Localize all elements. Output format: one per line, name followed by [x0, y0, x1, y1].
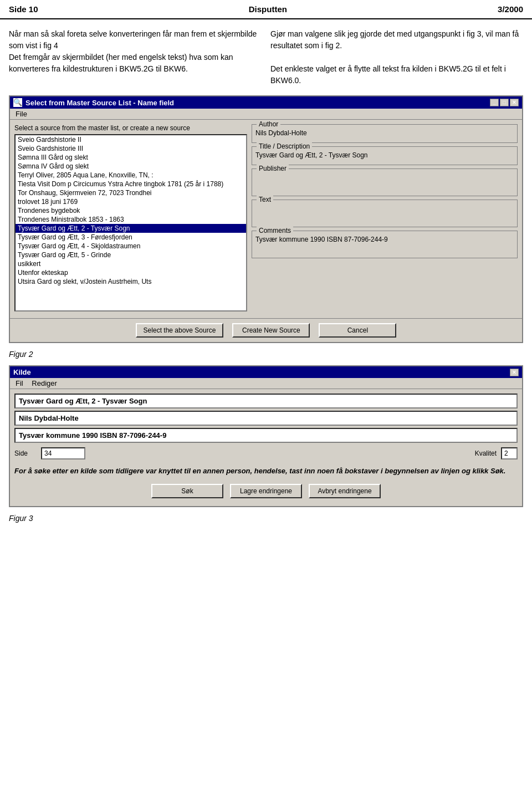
- kilde-menu-fil[interactable]: Fil: [12, 378, 27, 389]
- text-right: Gjør man valgene slik jeg gjorde det med…: [270, 28, 523, 86]
- publisher-group: Publisher: [252, 168, 518, 196]
- kilde-body: Tysvær Gard og Ætt, 2 - Tysvær Sogn Nils…: [10, 389, 522, 506]
- side-input[interactable]: [41, 447, 85, 459]
- text-legend: Text: [257, 196, 273, 203]
- right-panel: Author Nils Dybdal-Holte Title / Descrip…: [252, 124, 518, 311]
- maximize-button[interactable]: □: [500, 99, 509, 106]
- comments-group: Comments Tysvær kommune 1990 ISBN 87-709…: [252, 231, 518, 258]
- page-title: Disputten: [249, 4, 287, 14]
- list-item[interactable]: Tysvær Gard og Ætt, 5 - Grinde: [16, 251, 246, 259]
- list-item[interactable]: Tysvær Gard og Ætt, 4 - Skjoldastraumen: [16, 242, 246, 251]
- figure3-label: Figur 3: [0, 512, 532, 529]
- kilde-buttons: Søk Lagre endringene Avbryt endringene: [14, 481, 518, 502]
- list-item[interactable]: Trondenes Ministralbok 1853 - 1863: [16, 215, 246, 224]
- titlebar-title-area: 🔍 Select from Master Source List - Name …: [13, 98, 174, 107]
- kilde-close-button[interactable]: ✕: [510, 369, 519, 376]
- comments-legend: Comments: [257, 227, 293, 234]
- list-item[interactable]: trolovet 18 juni 1769: [16, 197, 246, 206]
- left-panel: Select a source from the master list, or…: [14, 124, 247, 311]
- dialog-kilde: Kilde ✕ Fil Rediger Tysvær Gard og Ætt, …: [9, 365, 523, 507]
- kilde-field1: Tysvær Gard og Ætt, 2 - Tysvær Sogn: [14, 394, 518, 408]
- title-desc-legend: Title / Description: [257, 142, 312, 150]
- titlebar-buttons[interactable]: _ □ ✕: [490, 99, 519, 106]
- kilde-field3: Tysvær kommune 1990 ISBN 87-7096-244-9: [14, 428, 518, 443]
- kilde-field2: Nils Dybdal-Holte: [14, 411, 518, 426]
- kilde-menubar: Fil Rediger: [10, 378, 522, 389]
- text-group: Text: [252, 200, 518, 227]
- comments-value: Tysvær kommune 1990 ISBN 87-7096-244-9: [255, 236, 514, 246]
- list-item[interactable]: Terryl Oliver, 2805 Aqua Lane, Knoxville…: [16, 171, 246, 180]
- list-item[interactable]: usikkert: [16, 259, 246, 268]
- author-value: Nils Dybdal-Holte: [255, 129, 514, 139]
- author-group: Author Nils Dybdal-Holte: [252, 124, 518, 143]
- list-item[interactable]: Tiesta Visit Dom p Circicumus Ystra Achr…: [16, 180, 246, 188]
- side-label: Side: [14, 450, 37, 457]
- dialog-body: Select a source from the master list, or…: [10, 120, 522, 316]
- dialog-master-source: 🔍 Select from Master Source List - Name …: [9, 95, 523, 343]
- kvalitet-input[interactable]: [501, 447, 518, 459]
- list-item[interactable]: Tysvær Gard og Ætt, 3 - Førdesfjorden: [16, 233, 246, 242]
- kilde-info-text: For å søke etter en kilde som tidligere …: [14, 464, 518, 478]
- avbryt-button[interactable]: Avbryt endringene: [309, 484, 381, 498]
- text-section: Når man så skal foreta selve konverterin…: [0, 19, 532, 95]
- text-value: [255, 205, 514, 215]
- page-date: 3/2000: [498, 4, 523, 14]
- list-item[interactable]: Tysvær Gard og Ætt, 2 - Tysvær Sogn: [16, 224, 246, 233]
- dialog-icon: 🔍: [13, 98, 22, 107]
- list-item[interactable]: Utsira Gard og slekt, v/Jostein Austrhei…: [16, 277, 246, 286]
- kvalitet-label: Kvalitet: [475, 450, 497, 457]
- kilde-titlebar-buttons[interactable]: ✕: [510, 369, 519, 376]
- list-item[interactable]: Sveio Gardshistorie III: [16, 144, 246, 153]
- dialog-titlebar: 🔍 Select from Master Source List - Name …: [10, 96, 522, 109]
- kilde-side-row: Side Kvalitet: [14, 445, 518, 462]
- lagre-button[interactable]: Lagre endringene: [230, 484, 302, 498]
- publisher-value: [255, 173, 514, 183]
- kilde-menu-rediger[interactable]: Rediger: [28, 378, 60, 389]
- author-legend: Author: [257, 120, 280, 128]
- list-instruction: Select a source from the master list, or…: [14, 124, 247, 132]
- publisher-legend: Publisher: [257, 165, 289, 172]
- create-new-source-button[interactable]: Create New Source: [232, 323, 310, 338]
- title-desc-group: Title / Description Tysvær Gard og Ætt, …: [252, 146, 518, 165]
- source-listbox[interactable]: Sveio Gardshistorie IISveio Gardshistori…: [14, 134, 247, 311]
- menu-file[interactable]: File: [12, 109, 30, 119]
- minimize-button[interactable]: _: [490, 99, 499, 106]
- close-button[interactable]: ✕: [510, 99, 519, 106]
- list-item[interactable]: Utenfor ekteskap: [16, 268, 246, 277]
- figure2-label: Figur 2: [0, 348, 532, 365]
- kilde-title: Kilde: [13, 368, 31, 376]
- dialog-buttons: Select the above Source Create New Sourc…: [10, 318, 522, 342]
- dialog-title: Select from Master Source List - Name fi…: [25, 99, 174, 107]
- list-item[interactable]: Trondenes bygdebok: [16, 206, 246, 215]
- title-desc-value: Tysvær Gard og Ætt, 2 - Tysvær Sogn: [255, 151, 514, 161]
- list-item[interactable]: Sveio Gardshistorie II: [16, 135, 246, 144]
- list-item[interactable]: Sømna III Gård og slekt: [16, 153, 246, 162]
- list-item[interactable]: Tor Onshaug, Skjermveien 72, 7023 Trondh…: [16, 188, 246, 197]
- page-number: Side 10: [9, 4, 38, 14]
- dialog-menubar: File: [10, 109, 522, 120]
- kilde-titlebar-title: Kilde: [13, 368, 31, 376]
- kilde-titlebar: Kilde ✕: [10, 366, 522, 378]
- sok-button[interactable]: Søk: [151, 484, 223, 498]
- text-left: Når man så skal foreta selve konverterin…: [9, 28, 262, 86]
- select-source-button[interactable]: Select the above Source: [136, 323, 224, 338]
- cancel-button[interactable]: Cancel: [319, 323, 396, 338]
- page-header: Side 10 Disputten 3/2000: [0, 0, 532, 19]
- list-item[interactable]: Sømna IV Gård og slekt: [16, 162, 246, 171]
